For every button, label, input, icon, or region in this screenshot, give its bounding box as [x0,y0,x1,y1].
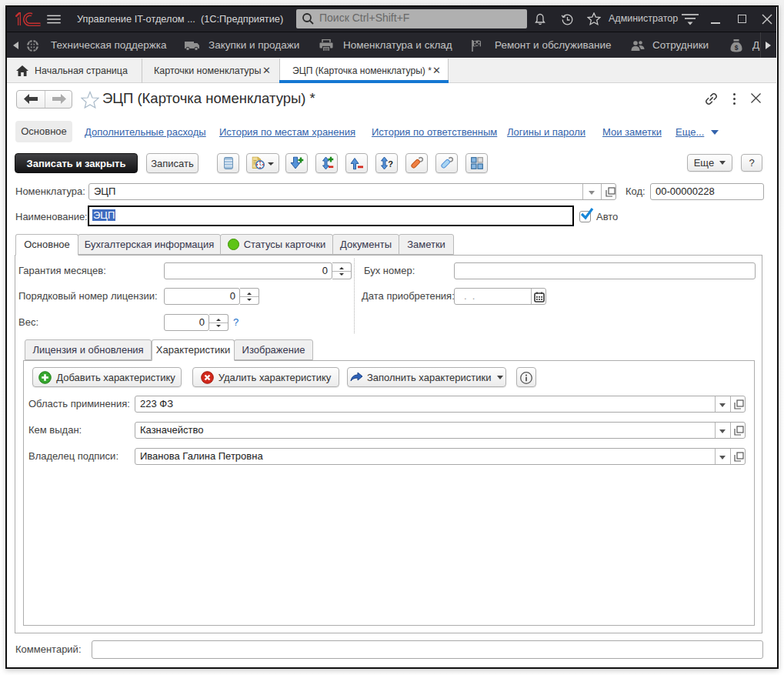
svg-text:$: $ [735,43,739,51]
svg-text:?: ? [388,159,393,169]
